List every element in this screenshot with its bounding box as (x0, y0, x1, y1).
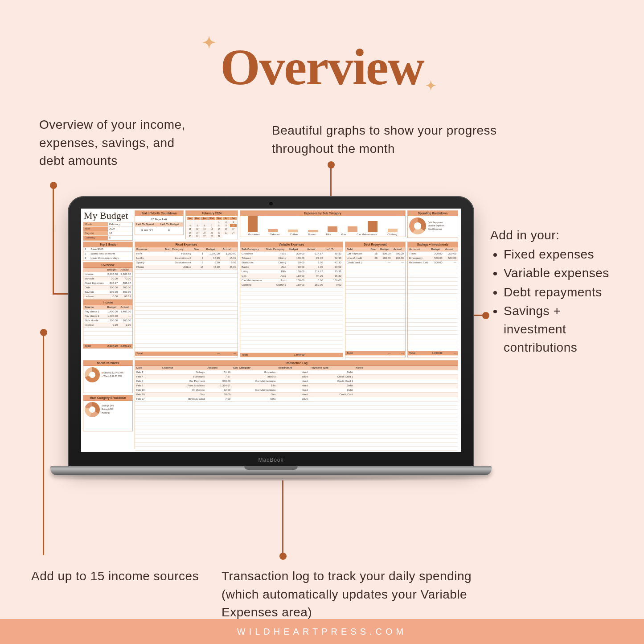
cell[interactable]: 3 (193, 256, 205, 260)
cell[interactable]: — (119, 314, 132, 318)
calendar-day[interactable]: 20 (201, 231, 208, 234)
cell[interactable]: Car Payment (345, 252, 369, 256)
calendar-day[interactable]: 26 (194, 235, 201, 238)
cell[interactable]: 808.37 (119, 281, 132, 285)
cell[interactable]: Bills (265, 270, 287, 274)
cell[interactable]: Want (277, 397, 309, 401)
cell[interactable]: 70.00 (106, 277, 119, 281)
calendar-day[interactable]: 21 (208, 231, 215, 234)
cell[interactable]: Takeout (232, 375, 277, 379)
cell[interactable]: Sobeys (161, 370, 206, 374)
cell[interactable]: 2,607.00 (106, 344, 119, 348)
cell[interactable]: Starbucks (161, 375, 206, 379)
calendar-day[interactable]: 28 (208, 235, 215, 238)
cell[interactable]: 94.20 (306, 274, 324, 278)
cell[interactable]: Starbucks (240, 261, 265, 265)
cell[interactable]: 500.00 (430, 256, 443, 260)
calendar-day[interactable]: 7 (208, 224, 215, 227)
cell[interactable]: 27.70 (306, 256, 324, 260)
cell[interactable]: 2,607.00 (119, 272, 132, 276)
cell[interactable]: 1,314.67 (206, 384, 232, 388)
cell[interactable] (354, 384, 458, 388)
cell[interactable]: Want (277, 375, 309, 379)
calendar-day[interactable]: 3 (230, 221, 237, 224)
cell[interactable]: 808.37 (106, 281, 119, 285)
cell[interactable] (354, 379, 458, 383)
cell[interactable]: Gifts (232, 397, 277, 401)
cell[interactable]: Car Payment (161, 379, 206, 383)
cell[interactable]: Birthday Card (161, 397, 206, 401)
cell[interactable]: 300.00 (106, 286, 119, 290)
cell[interactable]: 1,200.00 (221, 252, 238, 256)
cell[interactable]: Interest (83, 323, 106, 327)
cell[interactable]: Debt (83, 286, 106, 290)
cell[interactable]: 15 (369, 252, 379, 256)
cell[interactable]: Need (277, 388, 309, 392)
cell[interactable]: Oil change (161, 388, 206, 392)
cell[interactable]: Bills (232, 384, 277, 388)
cell[interactable]: Leftover (83, 295, 106, 299)
calendar-day[interactable]: 17 (230, 228, 237, 231)
cell[interactable]: 15.99 (205, 256, 221, 260)
cell[interactable]: 15 (193, 265, 205, 269)
cell[interactable]: 45.00 (221, 265, 238, 269)
cell[interactable]: 35.33 (324, 270, 343, 274)
cell[interactable]: Debit (309, 388, 354, 392)
cell[interactable]: 30.00 (287, 265, 306, 269)
cell[interactable]: 200.00 (106, 319, 119, 323)
goal-item[interactable]: Save $600 (89, 247, 132, 251)
cell[interactable]: Credit Card (309, 393, 354, 397)
cell[interactable] (309, 397, 354, 401)
cell[interactable]: Feb 3 (135, 370, 161, 374)
cell[interactable]: — (392, 351, 405, 355)
cell[interactable]: 200.00 (430, 252, 443, 256)
cell[interactable]: Gas (232, 393, 277, 397)
cell[interactable] (193, 352, 205, 356)
cell[interactable]: 0.00 (324, 283, 343, 287)
goal-item[interactable]: Have 10 no-spend days (89, 256, 132, 260)
cell[interactable]: 5 (193, 261, 205, 265)
cell[interactable]: 200.00 (119, 319, 132, 323)
calendar-day[interactable]: 6 (201, 224, 208, 227)
cell[interactable]: 100.00 (392, 256, 405, 260)
cell[interactable]: Entertainment (164, 256, 192, 260)
cell[interactable]: — (444, 351, 458, 355)
cell[interactable]: 62.00 (206, 388, 232, 392)
cell[interactable] (306, 353, 324, 357)
cell[interactable]: 0.00 (306, 279, 324, 283)
cell[interactable]: 114.67 (306, 270, 324, 274)
cell[interactable]: Auto (265, 279, 287, 283)
cell[interactable]: 1,400.00 (106, 310, 119, 314)
cell[interactable]: Misc (265, 265, 287, 269)
cell[interactable]: 1,040.00 (287, 353, 306, 357)
cell[interactable]: 1,407.00 (119, 310, 132, 314)
cell[interactable]: 100.00 (287, 279, 306, 283)
cell[interactable]: 600.00 (106, 290, 119, 294)
cell[interactable]: Total (345, 351, 369, 355)
cell[interactable]: 500.00 (430, 261, 443, 265)
cell[interactable] (164, 352, 192, 356)
cell[interactable]: Feb 4 (135, 379, 161, 383)
cell[interactable]: Savings (83, 290, 106, 294)
cell[interactable]: 70.00 (119, 277, 132, 281)
calendar-day[interactable]: 27 (201, 235, 208, 238)
cell[interactable]: 500.00 (444, 256, 458, 260)
cell[interactable]: Total (135, 352, 164, 356)
calendar-day[interactable]: 12 (194, 228, 201, 231)
cell[interactable]: 85.33 (324, 252, 343, 256)
cell[interactable] (369, 261, 379, 265)
cell[interactable]: 98.37 (119, 295, 132, 299)
cell[interactable]: Feb 7 (135, 384, 161, 388)
cell[interactable]: Rent & utilities (161, 384, 206, 388)
cell[interactable]: 0.00 (106, 323, 119, 327)
calendar-day[interactable]: 1 (216, 221, 222, 224)
calendar-day[interactable]: 11 (187, 228, 193, 231)
cell[interactable]: Total (240, 353, 265, 357)
cell[interactable]: Car Maintenance (232, 379, 277, 383)
calendar-day[interactable]: 18 (187, 231, 193, 234)
cell[interactable]: Groceries (240, 252, 265, 256)
cell[interactable]: Need (277, 379, 309, 383)
calendar-day[interactable]: 22 (216, 231, 222, 234)
calendar-day[interactable]: 23 (223, 231, 230, 234)
cell[interactable]: Feb 27 (135, 397, 161, 401)
